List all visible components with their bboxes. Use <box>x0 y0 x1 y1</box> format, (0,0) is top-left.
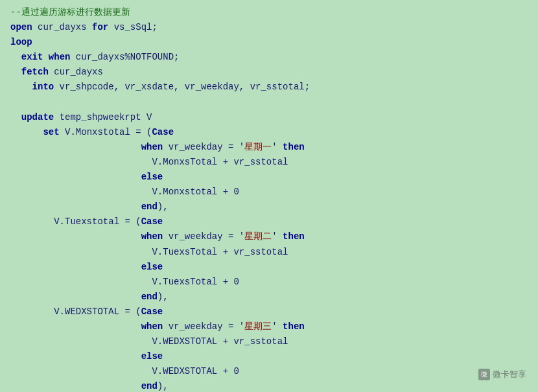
code-line: V.TuexsTotal + 0 <box>10 275 528 290</box>
code-line: fetch cur_dayxs <box>10 65 528 80</box>
code-line: else <box>10 170 528 185</box>
code-line: when vr_weekday = '星期二' then <box>10 229 528 244</box>
code-line <box>10 95 528 110</box>
code-line: open cur_dayxs for vs_sSql; <box>10 20 528 35</box>
code-container: --通过遍历游标进行数据更新open cur_dayxs for vs_sSql… <box>0 0 538 392</box>
code-line: V.WEDXSTOTAL + vr_sstotal <box>10 334 528 349</box>
code-line: loop <box>10 35 528 50</box>
code-line: when vr_weekday = '星期三' then <box>10 319 528 334</box>
watermark: 微 微卡智享 <box>478 369 526 380</box>
code-line: --通过遍历游标进行数据更新 <box>10 5 528 20</box>
code-line: V.Tuexstotal = (Case <box>10 214 528 229</box>
code-block: --通过遍历游标进行数据更新open cur_dayxs for vs_sSql… <box>10 5 528 392</box>
code-line: when vr_weekday = '星期一' then <box>10 140 528 155</box>
watermark-icon: 微 <box>478 369 490 380</box>
code-line: V.WEDXSTOTAL = (Case <box>10 305 528 319</box>
code-line: end), <box>10 379 528 392</box>
code-line: V.Monxstotal + 0 <box>10 185 528 200</box>
code-line: else <box>10 260 528 275</box>
code-line: update temp_shpweekrpt V <box>10 110 528 125</box>
code-line: end), <box>10 200 528 214</box>
code-line: V.TuexsTotal + vr_sstotal <box>10 245 528 260</box>
code-line: into vr_shpcode, vr_xsdate, vr_weekday, … <box>10 80 528 95</box>
code-line: V.MonxsTotal + vr_sstotal <box>10 155 528 170</box>
code-line: exit when cur_dayxs%NOTFOUND; <box>10 50 528 65</box>
code-line: end), <box>10 290 528 305</box>
code-line: else <box>10 349 528 364</box>
watermark-text: 微卡智享 <box>493 369 526 380</box>
code-line: V.WEDXSTOTAL + 0 <box>10 364 528 379</box>
code-line: set V.Monxstotal = (Case <box>10 125 528 140</box>
